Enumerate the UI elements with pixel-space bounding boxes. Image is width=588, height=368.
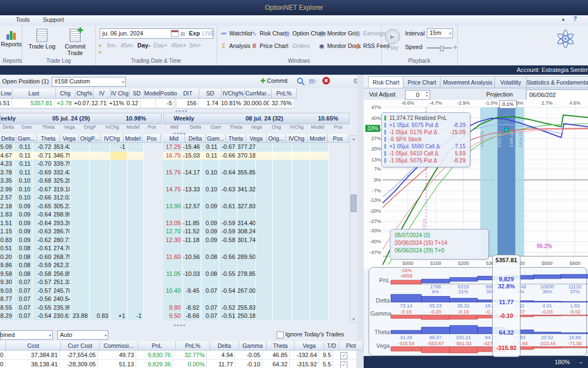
spinner-arrows-icon[interactable]: ▲▼ [425, 91, 428, 98]
commit-button[interactable]: ✚ Commit [260, 77, 287, 85]
combined-select[interactable]: Combined ▾ [0, 330, 53, 340]
auto-select[interactable]: Auto▾ [57, 330, 108, 340]
option-row[interactable]: 11.05-10.030.08-0.55278.85 [163, 270, 348, 279]
position-select[interactable]: #158 Custom▾ [52, 77, 126, 87]
totals-row[interactable]: 037,384.81-27,554.0549.739,830.7632.77%4… [0, 351, 363, 360]
column-header[interactable]: Mid [163, 124, 185, 131]
plot-checkbox[interactable]: ✓ [340, 361, 347, 368]
option-row[interactable]: -13.350.10-0.68325.28 [0, 177, 161, 185]
reports-button[interactable]: Reports [1, 29, 22, 47]
column-header[interactable]: OrigP... [79, 134, 101, 143]
tab-statistics-fundamenta[interactable]: Statistics & Fundamenta [526, 76, 588, 88]
column-header[interactable]: Gam [16, 124, 37, 131]
nav-5m+[interactable]: 5m+ [189, 42, 201, 49]
date-field[interactable]: ju. 06 jun. 2024 ⊞ Exp LIVE [100, 28, 213, 39]
column-header[interactable]: Model [308, 124, 328, 131]
export-icon[interactable]: ▤› [309, 77, 316, 85]
totals-header[interactable]: Cost [6, 341, 61, 351]
monitor-grid-button[interactable]: ▤Monitor Grid [318, 30, 359, 37]
column-header[interactable]: Pos [328, 124, 348, 131]
option-table-scrollbar[interactable]: ▲ ▼ [350, 135, 358, 323]
tab-volatility[interactable]: Volatility [494, 76, 527, 88]
column-header[interactable]: Pos [328, 134, 348, 143]
totals-header[interactable]: Vega [295, 341, 324, 351]
option-row[interactable]: 15.75-14.170.10-0.64355.85 [163, 168, 348, 177]
column-header[interactable]: Orig... [267, 134, 286, 143]
totals-header[interactable]: Commissi... [100, 341, 138, 351]
nav-45m-[interactable]: 45m- [120, 42, 134, 49]
totals-row[interactable]: 038,138.41-28,309.0551.139,829.360.00%11… [0, 360, 363, 368]
nav-back-icon[interactable]: « [99, 42, 102, 49]
option-row[interactable]: 10.40-9.450.07-0.54267.00 [163, 287, 348, 295]
option-row[interactable] [163, 160, 348, 168]
column-header[interactable]: Pos [143, 124, 161, 131]
option-row[interactable]: -15.090.11-0.72353.42-1 [0, 143, 161, 152]
option-row[interactable]: 13.05-11.850.09-0.59314.40 [163, 219, 348, 228]
totals-header[interactable]: Plot [339, 341, 363, 351]
expand-date-icon[interactable]: ⊞ [180, 29, 185, 39]
option-row[interactable]: 11.60-10.560.08-0.56289.50 [163, 253, 348, 262]
option-row[interactable]: 9.80-8.920.07-0.52255.83 [163, 304, 348, 312]
play-button[interactable]: ▶ Play [384, 29, 401, 51]
scrollbar-thumb[interactable] [351, 195, 357, 212]
option-row[interactable] [163, 295, 348, 304]
projection-date-field[interactable]: 06/06/202 [526, 89, 588, 100]
option-row[interactable]: 17.25-15.460.11-0.67377.27 [163, 143, 348, 152]
option-row[interactable]: -10.510.08-0.61274.70 [0, 244, 161, 253]
tab-price-chart[interactable]: Price Chart [403, 76, 441, 88]
option-row[interactable]: -14.230.11-0.70339.75 [0, 160, 161, 168]
vol-adjust-spinner[interactable]: 0 ▲▼ [405, 90, 430, 100]
totals-header[interactable]: Theta [267, 341, 295, 351]
column-header[interactable]: IVChg [286, 134, 308, 143]
panel-splitter[interactable]: ⋮ [357, 75, 364, 368]
totals-header[interactable]: Curr Cost [61, 341, 100, 351]
option-row[interactable]: -12.570.10-0.66312.03 [0, 194, 161, 202]
option-row[interactable]: -8.770.07-0.56240.54 [0, 295, 161, 304]
option-row[interactable]: -8.550.07-0.55235.95 [0, 304, 161, 312]
interval-select[interactable]: 15m▾ [427, 28, 453, 38]
option-row[interactable]: 12.30-11.180.09-0.58301.74 [163, 236, 348, 245]
column-header[interactable]: Delta [185, 124, 206, 131]
nav-Day+[interactable]: Day+ [154, 42, 168, 49]
scroll-down-icon[interactable]: ▼ [350, 317, 357, 321]
totals-header[interactable]: T/D [324, 341, 339, 351]
option-row[interactable]: -9.580.08-0.58256.85 [0, 270, 161, 279]
table-splitter[interactable]: ●●●● [158, 131, 201, 136]
totals-header[interactable]: PnL [138, 341, 176, 351]
nav-fwd-icon[interactable]: » [99, 49, 102, 55]
totals-header[interactable] [0, 341, 6, 351]
option-row[interactable]: 16.75-15.030.11-0.66370.18 [163, 152, 348, 160]
bottom-splitter[interactable]: ●●●● [163, 323, 196, 328]
scroll-up-icon[interactable]: ▲ [350, 137, 357, 141]
column-header[interactable]: Vega [60, 134, 79, 143]
option-row[interactable]: 12.70-11.520.09-0.59308.24 [163, 227, 348, 236]
menu-support[interactable]: Support [36, 15, 71, 24]
option-row[interactable]: -12.180.09-0.65305.23 [0, 202, 161, 211]
column-header[interactable]: Gam [206, 124, 226, 131]
option-row[interactable] [163, 278, 348, 287]
option-row[interactable]: -12.990.10-0.67319.18 [0, 185, 161, 194]
ribbon-collapse-icon[interactable]: ▲ [561, 16, 566, 22]
tab-risk-chart[interactable]: Risk Chart [368, 76, 404, 88]
totals-header[interactable]: Delta [210, 341, 239, 351]
option-row[interactable]: 13.90-12.570.09-0.61327.83 [163, 202, 348, 211]
totals-header[interactable]: Gamma [239, 341, 267, 351]
column-header[interactable]: OrigP [79, 124, 101, 131]
orders-button[interactable]: $Orders [283, 43, 310, 49]
speed-slider[interactable]: ✛ [427, 47, 452, 49]
column-header[interactable]: Gam... [16, 134, 37, 143]
column-header[interactable]: Theta [226, 134, 246, 143]
risk-chart-button[interactable]: ∿Risk Chart [250, 30, 286, 37]
menu-tools[interactable]: Tools [9, 15, 36, 24]
column-header[interactable]: Delta [0, 134, 16, 143]
option-row[interactable]: -11.510.09-0.64293.26 [0, 219, 161, 228]
watchlist-button[interactable]: ≔Watchlist [220, 30, 252, 37]
option-row[interactable] [163, 261, 348, 270]
help-icon[interactable]: ? [573, 15, 577, 22]
left-expiry-header[interactable]: Weekly 05 jul. 24 (29) 10.98% [0, 113, 162, 124]
analysis-button[interactable]: ΣAnalysis [220, 43, 250, 49]
commit-trade-button[interactable]: ✚ Commit Trade [58, 29, 93, 56]
option-row[interactable] [163, 177, 348, 185]
column-header[interactable]: IVChg [101, 134, 124, 143]
zoom-out-icon[interactable]: – [579, 359, 583, 365]
